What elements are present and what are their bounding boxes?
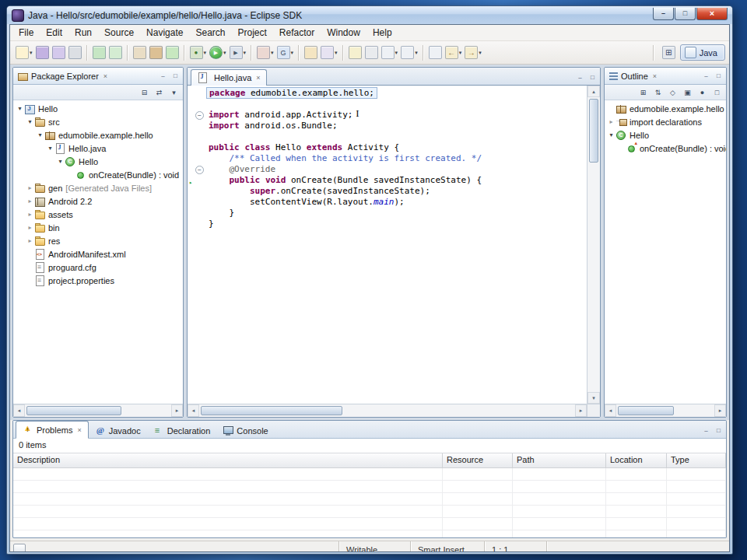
menu-help[interactable]: Help (366, 26, 398, 40)
expand-arrow-icon[interactable]: ▾ (16, 105, 24, 112)
code-line-3[interactable]: −import android.app.Activity; (188, 110, 587, 121)
pe-item-gen[interactable]: ▸gen[Generated Java Files] (13, 181, 183, 194)
close-icon[interactable]: × (103, 72, 107, 80)
pe-item-project-properties[interactable]: project.properties (13, 274, 183, 287)
avd-manager-button[interactable] (107, 45, 124, 60)
maximize-button[interactable] (675, 8, 696, 20)
coverage-button[interactable]: ▾ (255, 45, 275, 60)
dropdown-arrow-icon[interactable]: ▾ (223, 50, 226, 56)
code-line-6[interactable]: public class Hello extends Activity { (188, 142, 587, 153)
tab-declaration[interactable]: Declaration (147, 423, 217, 438)
hide-local-types-button[interactable]: □ (710, 86, 724, 99)
android-sdk-manager-button[interactable] (91, 45, 107, 60)
editor-tab-hello-java[interactable]: Hello.java × (191, 69, 267, 86)
code-line-2[interactable] (188, 99, 587, 110)
scroll-left-icon[interactable]: ◂ (13, 404, 25, 417)
close-icon[interactable]: × (653, 72, 657, 80)
tab-javadoc[interactable]: Javadoc (89, 423, 147, 438)
tab-problems[interactable]: Problems× (16, 421, 89, 439)
maximize-view-button[interactable]: □ (714, 72, 724, 81)
menu-source[interactable]: Source (98, 26, 140, 40)
hide-fields-button[interactable]: ◇ (666, 86, 679, 99)
link-with-editor-button[interactable]: ⇄ (153, 86, 166, 99)
column-type[interactable]: Type (667, 453, 726, 467)
code-line-10[interactable]: super.onCreate(savedInstanceState); (188, 186, 587, 197)
scroll-down-icon[interactable]: ▾ (587, 392, 600, 404)
dropdown-arrow-icon[interactable]: ▾ (291, 50, 294, 56)
column-resource[interactable]: Resource (443, 453, 513, 467)
menu-navigate[interactable]: Navigate (140, 26, 189, 40)
open-task-button[interactable] (303, 45, 319, 60)
minimize-view-button[interactable]: – (575, 72, 585, 82)
expand-arrow-icon[interactable]: ▾ (607, 131, 615, 138)
editor-hscrollbar[interactable]: ◂ ▸ (188, 404, 587, 417)
pe-item-hello[interactable]: ▾Hello (13, 155, 183, 168)
scrollbar-thumb[interactable] (201, 406, 342, 415)
pe-item-hello-java[interactable]: ▾Hello.java (13, 142, 183, 155)
code-line-8[interactable]: − @Override (188, 164, 587, 175)
expand-arrow-icon[interactable]: ▾ (36, 131, 44, 138)
code-line-4[interactable]: import android.os.Bundle; (188, 121, 587, 131)
titlebar[interactable]: Java - Hello/src/edumobile/example/hello… (7, 6, 732, 24)
menu-run[interactable]: Run (68, 26, 98, 40)
scroll-up-icon[interactable]: ▴ (587, 86, 600, 97)
run-button[interactable]: ▾ (208, 45, 228, 60)
expand-arrow-icon[interactable]: ▸ (26, 198, 34, 205)
outline-hscrollbar[interactable]: ◂ ▸ (605, 404, 726, 417)
view-menu-button[interactable]: ▾ (167, 86, 181, 99)
column-path[interactable]: Path (513, 453, 606, 467)
expand-arrow-icon[interactable]: ▸ (26, 224, 34, 231)
dropdown-arrow-icon[interactable]: ▾ (271, 50, 274, 56)
next-annotation-button[interactable]: ▾ (380, 45, 400, 60)
scroll-right-icon[interactable]: ▸ (575, 404, 587, 417)
dropdown-arrow-icon[interactable]: ▾ (459, 50, 462, 56)
forward-button[interactable]: ▾ (463, 45, 483, 60)
new-java-project-button[interactable] (132, 45, 148, 60)
new-package-button[interactable] (148, 45, 164, 60)
pe-item-res[interactable]: ▸res (13, 234, 183, 247)
minimize-view-button[interactable]: – (701, 425, 711, 435)
fold-marker-icon[interactable]: − (195, 166, 204, 174)
scrollbar-track[interactable] (616, 404, 714, 417)
pe-item-androidmanifest-xml[interactable]: AndroidManifest.xml (13, 247, 183, 261)
perspective-java-button[interactable]: Java (680, 44, 725, 61)
external-tools-button[interactable]: ▾ (228, 45, 248, 60)
collapse-all-button[interactable]: ⊟ (138, 86, 151, 99)
close-button[interactable] (696, 8, 728, 20)
pe-item-proguard-cfg[interactable]: proguard.cfg (13, 261, 183, 274)
minimize-view-button[interactable]: – (701, 72, 711, 81)
back-button[interactable]: ▾ (444, 45, 464, 60)
menu-file[interactable]: File (12, 26, 40, 40)
outline-item-hello[interactable]: ▾Hello (605, 128, 726, 142)
dropdown-arrow-icon[interactable]: ▾ (395, 50, 398, 56)
package-explorer-tab[interactable]: Package Explorer × (16, 68, 110, 84)
previous-annotation-button[interactable]: ▾ (399, 45, 419, 60)
menu-project[interactable]: Project (231, 26, 272, 40)
pe-item-oncreate-bundle-void[interactable]: onCreate(Bundle) : void (13, 168, 183, 181)
dropdown-arrow-icon[interactable]: ▾ (30, 50, 33, 56)
sort-button[interactable]: ⇅ (651, 86, 665, 99)
mark-occurrences-button[interactable] (347, 45, 363, 60)
minimize-view-button[interactable]: – (158, 72, 168, 81)
scroll-right-icon[interactable]: ▸ (714, 404, 726, 417)
expand-arrow-icon[interactable]: ▸ (26, 237, 34, 244)
menu-search[interactable]: Search (189, 26, 231, 40)
pe-item-hello[interactable]: ▾Hello (13, 102, 183, 115)
debug-button[interactable]: ▾ (188, 45, 209, 60)
save-all-button[interactable] (51, 45, 67, 60)
dropdown-arrow-icon[interactable]: ▾ (244, 50, 247, 56)
maximize-view-button[interactable]: □ (714, 425, 724, 435)
maximize-view-button[interactable]: □ (587, 72, 598, 82)
pe-item-src[interactable]: ▾src (13, 115, 183, 128)
expand-arrow-icon[interactable]: ▾ (46, 145, 54, 152)
minimize-button[interactable] (653, 8, 674, 20)
scrollbar-track[interactable] (587, 97, 600, 392)
scroll-right-icon[interactable]: ▸ (171, 404, 183, 417)
code-line-9[interactable]: ▸ public void onCreate(Bundle savedInsta… (188, 175, 587, 186)
pe-item-assets[interactable]: ▸assets (13, 208, 183, 221)
menu-refactor[interactable]: Refactor (273, 26, 321, 40)
search-button[interactable]: ▾ (319, 45, 339, 60)
new-wizard-button[interactable]: ▾ (14, 45, 34, 60)
scrollbar-track[interactable] (199, 404, 575, 417)
dropdown-arrow-icon[interactable]: ▾ (479, 50, 482, 56)
